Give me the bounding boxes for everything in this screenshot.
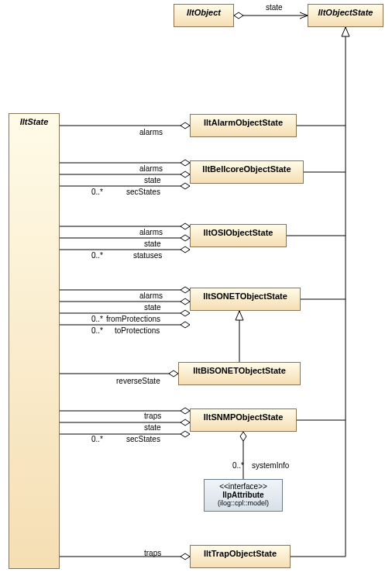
- class-iltbellcoreobjectstate: IltBellcoreObjectState: [190, 160, 304, 184]
- label-bellcore-sec: secStates: [126, 188, 160, 196]
- interface-stereotype: <<interface>>: [209, 482, 277, 491]
- interface-package: (ilog::cpl::model): [209, 499, 277, 507]
- class-name-iltobject: IltObject: [187, 8, 221, 17]
- label-sonet-alarms: alarms: [139, 291, 163, 300]
- label-snmp-sec: secStates: [126, 435, 160, 443]
- label-osi-statuses: statuses: [133, 251, 162, 260]
- label-sonet-from: fromProtections: [106, 315, 160, 323]
- label-snmp-traps: traps: [144, 412, 161, 420]
- label-snmp-mult: 0..*: [91, 435, 103, 443]
- label-snmp-sysmult: 0..*: [232, 461, 244, 470]
- class-iltobject: IltObject: [174, 4, 234, 27]
- label-osi-mult: 0..*: [91, 251, 103, 260]
- class-iltstate: IltState: [9, 113, 60, 569]
- label-sonet-mult1: 0..*: [91, 315, 103, 323]
- label-sonet-to: toProtections: [115, 326, 160, 335]
- class-iltobjectstate: IltObjectState: [308, 4, 383, 27]
- class-name-trap: IltTrapObjectState: [204, 549, 277, 558]
- class-iltbisonetobjectstate: IltBiSONETObjectState: [178, 362, 301, 385]
- label-bellcore-mult: 0..*: [91, 188, 103, 196]
- label-sonet-state: state: [144, 303, 161, 312]
- interface-name: IlpAttribute: [209, 491, 277, 499]
- label-osi-state: state: [144, 240, 161, 248]
- label-bellcore-alarms: alarms: [139, 164, 163, 173]
- class-iltsonetobjectstate: IltSONETObjectState: [190, 288, 301, 311]
- label-sonet-mult2: 0..*: [91, 326, 103, 335]
- interface-ilpattribute: <<interface>> IlpAttribute (ilog::cpl::m…: [204, 479, 283, 512]
- class-name-osi: IltOSIObjectState: [204, 228, 273, 237]
- class-name-bisonet: IltBiSONETObjectState: [193, 366, 286, 375]
- label-snmp-sysinfo: systemInfo: [252, 461, 289, 470]
- class-name-iltstate: IltState: [20, 117, 49, 126]
- class-name-bellcore: IltBellcoreObjectState: [202, 164, 291, 174]
- class-iltalarmobjectstate: IltAlarmObjectState: [190, 114, 297, 137]
- label-bellcore-state: state: [144, 176, 161, 184]
- label-snmp-state: state: [144, 423, 161, 432]
- class-name-sonet: IltSONETObjectState: [203, 291, 287, 301]
- class-iltsnmpobjectstate: IltSNMPObjectState: [190, 408, 297, 432]
- label-bisonet-reverse: reverseState: [116, 377, 160, 385]
- label-alarm-alarms: alarms: [139, 128, 163, 136]
- label-osi-alarms: alarms: [139, 228, 163, 236]
- class-ilttrapobjectstate: IltTrapObjectState: [190, 545, 291, 568]
- label-trap-traps: traps: [144, 549, 161, 557]
- label-state-top: state: [266, 3, 283, 12]
- class-iltosiobjectstate: IltOSIObjectState: [190, 224, 287, 247]
- class-name-iltobjectstate: IltObjectState: [318, 8, 373, 17]
- class-name-snmp: IltSNMPObjectState: [204, 412, 284, 422]
- class-name-alarm: IltAlarmObjectState: [204, 118, 283, 127]
